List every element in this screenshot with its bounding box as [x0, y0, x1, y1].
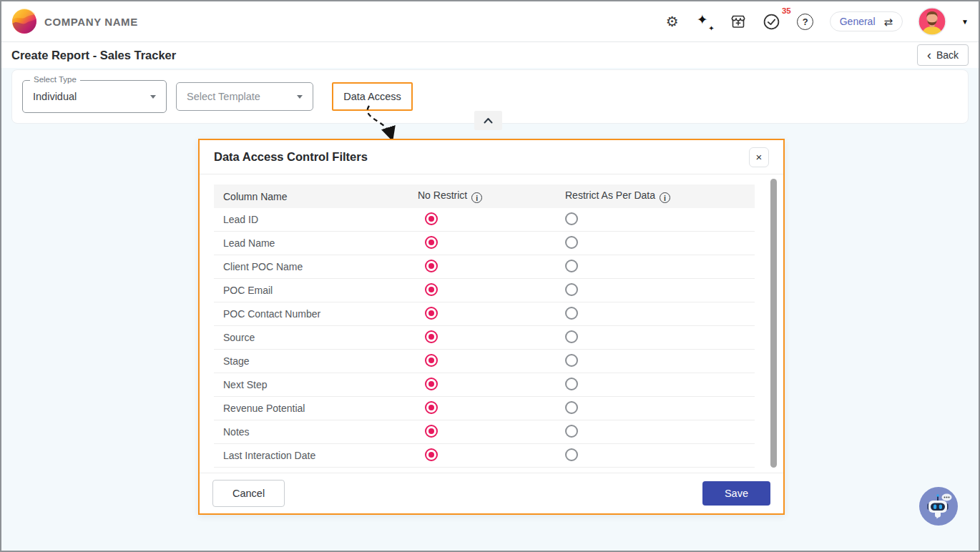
ai-sparkles-icon[interactable]: ✦ ✦ [697, 13, 714, 30]
caret-down-icon [297, 95, 303, 99]
modal-scrollbar-thumb[interactable] [770, 179, 777, 468]
column-name-cell: Lead ID [214, 214, 416, 225]
column-name-cell: POC Email [214, 285, 416, 296]
chevron-up-icon [483, 117, 494, 124]
restrict-as-per-data-radio[interactable] [565, 212, 578, 225]
table-row: Last Interaction Date [214, 444, 755, 468]
table-row: Notes [214, 420, 755, 444]
table-row: Client POC Name [214, 255, 755, 279]
swap-icon: ⇄ [884, 16, 893, 27]
table-row: Lead ID [214, 208, 755, 232]
close-icon[interactable]: × [749, 147, 769, 167]
restrict-as-per-data-radio[interactable] [565, 283, 578, 296]
profile-caret-down-icon[interactable]: ▼ [961, 18, 969, 26]
table-row: Next Step [214, 373, 755, 397]
chevron-left-icon: ‹ [927, 49, 931, 61]
top-bar: COMPANY NAME ⚙ ✦ ✦ [1, 1, 979, 42]
brand: COMPANY NAME [11, 9, 138, 34]
annotation-dashed-arrow [356, 104, 402, 141]
top-actions: ⚙ ✦ ✦ 35 ? [663, 7, 969, 36]
restrict-as-per-data-radio[interactable] [565, 448, 578, 461]
no-restrict-radio[interactable] [425, 307, 438, 320]
save-button[interactable]: Save [702, 481, 770, 506]
table-row: POC Email [214, 279, 755, 302]
table-body: Lead ID Lead Name Client POC Name POC Em… [214, 208, 755, 468]
select-type-label: Select Type [30, 75, 80, 84]
no-restrict-header: No Restricti [416, 189, 559, 204]
back-button[interactable]: ‹ Back [917, 44, 969, 66]
collapse-panel-button[interactable] [474, 111, 502, 130]
restrict-header: Restrict As Per Datai [559, 189, 758, 204]
cancel-button[interactable]: Cancel [212, 480, 285, 507]
page-title: Create Report - Sales Tracker [11, 49, 176, 62]
caret-down-icon [150, 95, 156, 99]
table-row: Source [214, 326, 755, 350]
company-name: COMPANY NAME [44, 16, 138, 28]
restrict-as-per-data-radio[interactable] [565, 260, 578, 272]
table-row: POC Contact Number [214, 302, 755, 326]
no-restrict-radio[interactable] [425, 425, 438, 438]
no-restrict-radio[interactable] [425, 236, 438, 249]
workspace-switcher[interactable]: General ⇄ [830, 11, 903, 31]
tasks-check-icon[interactable]: 35 [763, 12, 781, 31]
restrict-as-per-data-radio[interactable] [565, 236, 578, 249]
modal-footer: Cancel Save [200, 473, 783, 513]
column-name-cell: Last Interaction Date [214, 450, 416, 461]
no-restrict-radio[interactable] [425, 448, 438, 461]
modal-header: Data Access Control Filters × [200, 140, 783, 174]
column-name-cell: Stage [214, 355, 416, 367]
tasks-count-badge: 35 [782, 6, 791, 15]
table-row: Revenue Potential [214, 397, 755, 420]
no-restrict-radio[interactable] [425, 212, 438, 225]
select-type-dropdown[interactable]: Select Type Individual [22, 80, 167, 113]
no-restrict-radio[interactable] [425, 401, 438, 414]
restrict-as-per-data-radio[interactable] [565, 354, 578, 367]
restrict-as-per-data-radio[interactable] [565, 425, 578, 438]
column-name-cell: Lead Name [214, 237, 416, 249]
no-restrict-radio[interactable] [425, 260, 438, 272]
settings-icon[interactable]: ⚙ [663, 12, 682, 31]
help-icon[interactable]: ? [796, 12, 815, 31]
table-header-row: Column Name No Restricti Restrict As Per… [214, 184, 755, 208]
company-logo-icon [11, 9, 37, 34]
app-window: COMPANY NAME ⚙ ✦ ✦ [0, 0, 980, 552]
table-row: Stage [214, 350, 755, 373]
modal-body: Column Name No Restricti Restrict As Per… [200, 174, 783, 468]
no-restrict-radio[interactable] [425, 330, 438, 343]
chatbot-icon [918, 486, 959, 526]
column-name-cell: Client POC Name [214, 261, 416, 272]
table-row: Lead Name [214, 232, 755, 255]
restrict-as-per-data-radio[interactable] [565, 401, 578, 414]
no-restrict-radio[interactable] [425, 283, 438, 296]
chatbot-button[interactable] [918, 486, 959, 526]
select-template-dropdown[interactable]: Select Template [176, 82, 313, 111]
column-name-cell: Source [214, 332, 416, 343]
column-name-cell: Revenue Potential [214, 403, 416, 414]
data-access-modal: Data Access Control Filters × Column Nam… [198, 139, 785, 515]
column-name-header: Column Name [214, 191, 416, 202]
info-icon[interactable]: i [660, 192, 670, 203]
restrict-as-per-data-radio[interactable] [565, 378, 578, 390]
restrict-as-per-data-radio[interactable] [565, 330, 578, 343]
modal-title: Data Access Control Filters [214, 150, 368, 164]
title-bar: Create Report - Sales Tracker ‹ Back [1, 42, 979, 68]
column-name-cell: Next Step [214, 379, 416, 390]
no-restrict-radio[interactable] [425, 378, 438, 390]
no-restrict-radio[interactable] [425, 354, 438, 367]
info-icon[interactable]: i [471, 192, 482, 203]
column-name-cell: Notes [214, 426, 416, 438]
workspace-label: General [840, 16, 876, 27]
restrict-as-per-data-radio[interactable] [565, 307, 578, 320]
marketplace-icon[interactable] [729, 12, 748, 31]
content-area: Select Type Individual Select Template D… [1, 68, 979, 551]
avatar[interactable] [918, 7, 946, 36]
column-name-cell: POC Contact Number [214, 308, 416, 320]
